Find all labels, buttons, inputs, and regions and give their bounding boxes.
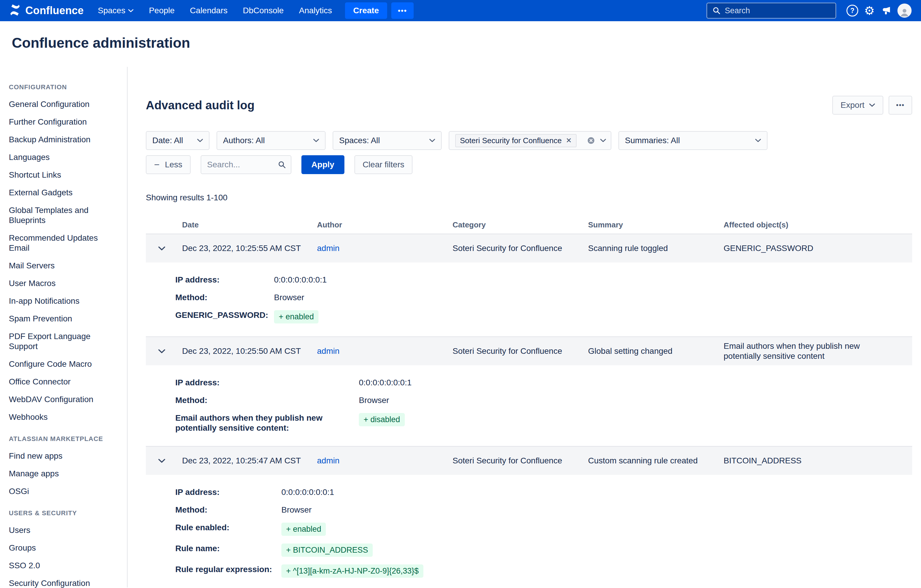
detail-label: Method: — [175, 395, 340, 405]
filter-bar-secondary: − Less Apply Clear filters — [146, 155, 912, 174]
table-row-3[interactable]: Dec 23, 2022, 10:25:47 AM CST admin Sote… — [146, 447, 912, 475]
nav-people[interactable]: People — [149, 6, 174, 15]
audit-log-table: Date Author Category Summary Affected ob… — [146, 216, 912, 588]
row-affected: Email authors when they publish new pote… — [724, 341, 874, 361]
search-icon — [278, 161, 286, 169]
create-button[interactable]: Create — [345, 2, 387, 19]
help-icon: ? — [846, 5, 858, 16]
row-details-2: IP address: 0:0:0:0:0:0:0:1 Method: Brow… — [146, 365, 912, 447]
nav-analytics[interactable]: Analytics — [299, 6, 332, 15]
column-header-author: Author — [317, 220, 452, 229]
clear-filter-icon[interactable] — [587, 136, 596, 145]
row-summary: Custom scanning rule created — [588, 456, 724, 466]
detail-value: 0:0:0:0:0:0:0:1 — [274, 275, 912, 285]
chevron-down-icon — [755, 139, 761, 142]
sidebar-item-global-templates-and-blueprints[interactable]: Global Templates and Blueprints — [9, 205, 115, 225]
nav-more-button[interactable]: ••• — [391, 2, 414, 19]
announcements-button[interactable] — [878, 2, 895, 19]
chevron-down-icon — [869, 103, 875, 107]
filter-bar: Date: All Authors: All Spaces: All Soter… — [146, 131, 912, 150]
global-search[interactable] — [706, 3, 836, 19]
column-header-category: Category — [452, 220, 588, 229]
top-navbar: Confluence Spaces People Calendars DbCon… — [0, 0, 921, 21]
user-menu-button[interactable] — [895, 2, 912, 19]
sidebar-heading-configuration: CONFIGURATION — [9, 83, 118, 91]
detail-label: IP address: — [175, 487, 282, 497]
change-badge: + enabled — [282, 523, 326, 536]
sidebar-item-configure-code-macro[interactable]: Configure Code Macro — [9, 359, 115, 369]
sidebar-item-languages[interactable]: Languages — [9, 152, 115, 162]
filter-summaries[interactable]: Summaries: All — [618, 131, 768, 150]
sidebar-item-shortcut-links[interactable]: Shortcut Links — [9, 170, 115, 180]
author-link[interactable]: admin — [317, 244, 339, 253]
confluence-logo-icon — [9, 4, 21, 17]
audit-search-input[interactable] — [207, 160, 278, 169]
detail-label: Method: — [175, 292, 274, 302]
nav-calendars[interactable]: Calendars — [190, 6, 228, 15]
sidebar-item-office-connector[interactable]: Office Connector — [9, 377, 115, 387]
change-badge: + BITCOIN_ADDRESS — [282, 544, 373, 557]
remove-tag-icon[interactable]: ✕ — [566, 137, 571, 144]
detail-label: GENERIC_PASSWORD: — [175, 310, 274, 320]
table-row-2[interactable]: Dec 23, 2022, 10:25:50 AM CST admin Sote… — [146, 337, 912, 365]
row-summary: Scanning rule toggled — [588, 243, 724, 253]
sidebar-item-security-configuration[interactable]: Security Configuration — [9, 578, 115, 588]
sidebar-item-spam-prevention[interactable]: Spam Prevention — [9, 314, 115, 324]
detail-label: Method: — [175, 505, 282, 515]
export-button[interactable]: Export — [832, 96, 883, 115]
help-button[interactable]: ? — [844, 2, 861, 19]
confluence-logo[interactable]: Confluence — [9, 4, 84, 17]
sidebar-item-manage-apps[interactable]: Manage apps — [9, 469, 115, 479]
sidebar-item-backup-administration[interactable]: Backup Administration — [9, 135, 115, 145]
collapse-row-icon[interactable] — [158, 459, 165, 463]
filter-date[interactable]: Date: All — [146, 131, 210, 150]
filter-category[interactable]: Soteri Security for Confluence ✕ — [449, 131, 611, 150]
audit-search[interactable] — [201, 155, 291, 174]
row-affected: BITCOIN_ADDRESS — [724, 456, 874, 466]
sidebar-item-sso-2-0[interactable]: SSO 2.0 — [9, 560, 115, 571]
sidebar-item-general-configuration[interactable]: General Configuration — [9, 99, 115, 109]
filter-spaces[interactable]: Spaces: All — [333, 131, 442, 150]
column-header-summary: Summary — [588, 220, 724, 229]
nav-dbconsole[interactable]: DbConsole — [243, 6, 284, 15]
audit-actions: Export ••• — [832, 96, 912, 115]
brand-name: Confluence — [25, 5, 84, 17]
sidebar-heading-users-security: USERS & SECURITY — [9, 509, 118, 517]
sidebar-item-osgi[interactable]: OSGi — [9, 486, 115, 496]
nav-menu: Spaces People Calendars DbConsole Analyt… — [98, 6, 332, 15]
sidebar-item-webdav-configuration[interactable]: WebDAV Configuration — [9, 395, 115, 404]
audit-log-title: Advanced audit log — [146, 99, 255, 112]
sidebar-item-users[interactable]: Users — [9, 525, 115, 535]
author-link[interactable]: admin — [317, 456, 339, 465]
collapse-row-icon[interactable] — [158, 349, 165, 354]
sidebar-item-recommended-updates-email[interactable]: Recommended Updates Email — [9, 233, 115, 253]
global-search-input[interactable] — [725, 6, 830, 15]
apply-button[interactable]: Apply — [301, 155, 344, 174]
sidebar-item-groups[interactable]: Groups — [9, 543, 115, 553]
sidebar-item-external-gadgets[interactable]: External Gadgets — [9, 188, 115, 198]
clear-filters-button[interactable]: Clear filters — [355, 155, 413, 174]
author-link[interactable]: admin — [317, 346, 339, 356]
sidebar-item-mail-servers[interactable]: Mail Servers — [9, 261, 115, 271]
sidebar-item-further-configuration[interactable]: Further Configuration — [9, 117, 115, 127]
chevron-down-icon — [429, 139, 435, 142]
detail-value: 0:0:0:0:0:0:0:1 — [359, 378, 912, 388]
detail-value: Browser — [359, 395, 912, 405]
collapse-row-icon[interactable] — [158, 246, 165, 251]
gear-icon: ⚙ — [864, 5, 875, 16]
filter-authors[interactable]: Authors: All — [216, 131, 325, 150]
sidebar-item-find-new-apps[interactable]: Find new apps — [9, 451, 115, 461]
less-button[interactable]: − Less — [146, 155, 190, 174]
nav-spaces[interactable]: Spaces — [98, 6, 133, 15]
sidebar-item-user-macros[interactable]: User Macros — [9, 278, 115, 288]
sidebar-item-in-app-notifications[interactable]: In-app Notifications — [9, 296, 115, 306]
table-row-1[interactable]: Dec 23, 2022, 10:25:55 AM CST admin Sote… — [146, 234, 912, 263]
change-badge: + ^[13][a-km-zA-HJ-NP-Z0-9]{26,33}$ — [282, 564, 423, 578]
row-category: Soteri Security for Confluence — [452, 346, 588, 356]
detail-label: Rule regular expression: — [175, 564, 282, 575]
more-actions-button[interactable]: ••• — [888, 96, 912, 115]
results-summary: Showing results 1-100 — [146, 193, 912, 202]
sidebar-item-pdf-export-language-support[interactable]: PDF Export Language Support — [9, 331, 115, 351]
sidebar-item-webhooks[interactable]: Webhooks — [9, 412, 115, 422]
settings-button[interactable]: ⚙ — [861, 2, 878, 19]
